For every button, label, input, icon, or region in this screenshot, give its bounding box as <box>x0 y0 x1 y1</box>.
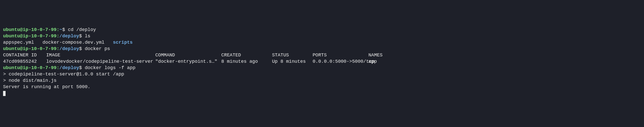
prompt-path: /deploy <box>59 65 79 71</box>
log-line: > codepipeline-test-server@1.0.0 start /… <box>3 71 641 78</box>
command-text: docker logs -f app <box>85 65 135 71</box>
prompt-line: ubuntu@ip-10-0-7-99:/deploy$ docker ps <box>3 46 641 52</box>
prompt-path: /deploy <box>59 34 79 39</box>
cell-status: Up 8 minutes <box>272 59 313 65</box>
cell-ports: 0.0.0.0:5000->5000/tcp <box>313 59 368 65</box>
ls-output: appspec.yml docker-compose.dev.yml scrip… <box>3 40 641 46</box>
prompt-line: ubuntu@ip-10-0-7-99:/deploy$ docker logs… <box>3 65 641 71</box>
prompt-user-host: ubuntu@ip-10-0-7-99 <box>3 34 57 39</box>
cell-image: lovodevdocker/codepipeline-test-server <box>46 59 155 65</box>
header-status: STATUS <box>272 52 313 59</box>
cursor-line <box>3 90 641 97</box>
cell-command: "docker-entrypoint.s…" <box>155 59 221 65</box>
docker-ps-header: CONTAINER IDIMAGECOMMANDCREATEDSTATUSPOR… <box>3 52 641 59</box>
prompt-path: /deploy <box>59 46 79 52</box>
cell-names: app <box>368 59 377 65</box>
prompt-path: ~ <box>59 27 62 33</box>
command-text: docker ps <box>85 46 110 52</box>
header-ports: PORTS <box>313 52 368 59</box>
header-names: NAMES <box>368 52 383 59</box>
cell-created: 8 minutes ago <box>221 59 272 65</box>
command-text: ls <box>85 34 90 39</box>
terminal-cursor[interactable] <box>3 91 6 96</box>
log-line: Server is running at port 5000. <box>3 84 641 90</box>
prompt-user-host: ubuntu@ip-10-0-7-99 <box>3 27 57 33</box>
prompt-line: ubuntu@ip-10-0-7-99:/deploy$ ls <box>3 33 641 40</box>
command-text: cd /deploy <box>68 27 96 33</box>
header-created: CREATED <box>221 52 272 59</box>
ls-dir: scripts <box>113 40 133 45</box>
ls-file: docker-compose.dev.yml <box>42 40 104 45</box>
header-command: COMMAND <box>155 52 221 59</box>
cell-container-id: 47cd09855242 <box>3 59 46 65</box>
docker-ps-row: 47cd09855242lovodevdocker/codepipeline-t… <box>3 59 641 65</box>
prompt-line: ubuntu@ip-10-0-7-99:~$ cd /deploy <box>3 27 641 33</box>
ls-file: appspec.yml <box>3 40 34 45</box>
header-container-id: CONTAINER ID <box>3 52 46 59</box>
header-image: IMAGE <box>46 52 155 59</box>
log-line: > node dist/main.js <box>3 78 641 84</box>
terminal-output[interactable]: ubuntu@ip-10-0-7-99:~$ cd /deployubuntu@… <box>3 27 641 97</box>
prompt-user-host: ubuntu@ip-10-0-7-99 <box>3 65 57 71</box>
prompt-user-host: ubuntu@ip-10-0-7-99 <box>3 46 57 52</box>
